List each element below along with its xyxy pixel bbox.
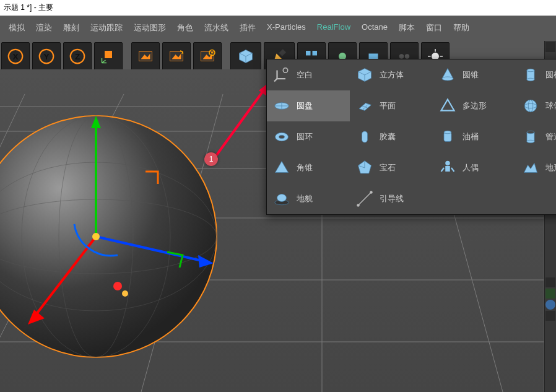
menu-plugins[interactable]: 插件 — [236, 22, 259, 33]
side-slot[interactable] — [545, 300, 555, 310]
primitive-cylinder[interactable]: 圆柱 — [516, 59, 556, 90]
svg-rect-75 — [362, 131, 368, 142]
menu-pipeline[interactable]: 流水线 — [201, 22, 232, 33]
menu-script[interactable]: 脚本 — [395, 22, 419, 33]
primitive-torus[interactable]: 圆环 — [267, 121, 350, 152]
primitive-label: 引导线 — [380, 193, 404, 204]
primitive-null-obj[interactable]: 空白 — [267, 59, 350, 90]
primitive-label: 圆盘 — [297, 100, 313, 111]
primitive-label: 宝石 — [380, 162, 396, 173]
side-slot[interactable] — [545, 311, 555, 321]
primitive-disc[interactable]: 圆盘 — [267, 90, 350, 121]
primitive-relief[interactable]: 地形 — [516, 152, 556, 183]
menu-realflow[interactable]: RealFlow — [313, 22, 354, 33]
cube-icon — [355, 65, 375, 85]
menu-simulate[interactable]: 模拟 — [5, 22, 28, 33]
axis-x-button[interactable]: X — [1, 42, 30, 71]
svg-point-54 — [113, 282, 122, 290]
primitive-label: 圆环 — [297, 131, 313, 142]
menu-octane[interactable]: Octane — [358, 22, 391, 33]
title-bar: 示题 1 *] - 主要 — [0, 0, 556, 16]
side-slot[interactable] — [545, 277, 555, 287]
primitive-label: 平面 — [380, 100, 396, 111]
primitive-plane[interactable]: 平面 — [350, 90, 433, 121]
figure-icon — [438, 158, 458, 178]
tube-icon — [521, 127, 541, 147]
primitive-cone[interactable]: 角锥 — [267, 152, 350, 183]
svg-point-24 — [399, 54, 404, 59]
guide-icon — [355, 189, 375, 209]
menu-character[interactable]: 角色 — [173, 22, 197, 33]
menu-help[interactable]: 帮助 — [450, 22, 473, 33]
axis-z-button[interactable]: Z — [63, 42, 92, 71]
menu-render[interactable]: 渲染 — [32, 22, 56, 33]
primitive-landscape[interactable]: 地貌 — [267, 183, 350, 214]
svg-point-55 — [122, 290, 128, 297]
primitive-figure[interactable]: 人偶 — [433, 152, 516, 183]
primitive-label: 油桶 — [463, 131, 479, 142]
menu-window[interactable]: 窗口 — [422, 22, 446, 33]
svg-point-53 — [92, 233, 100, 240]
menu-tracker[interactable]: 运动跟踪 — [87, 22, 126, 33]
axis-y-button[interactable]: Y — [32, 42, 61, 71]
torus-icon — [272, 127, 292, 147]
svg-rect-20 — [306, 51, 311, 56]
platonic-icon — [355, 158, 375, 178]
primitive-guide[interactable]: 引导线 — [350, 183, 433, 214]
side-slot[interactable] — [545, 42, 555, 52]
menu-xparticles[interactable]: X-Particles — [263, 22, 310, 33]
svg-rect-21 — [313, 51, 318, 56]
annotation-badge-1: 1 — [204, 152, 218, 166]
svg-line-87 — [441, 168, 445, 172]
render-settings-button[interactable] — [193, 42, 222, 71]
primitive-sphere[interactable]: 球体 — [516, 90, 556, 121]
cylinder-icon — [521, 65, 541, 85]
primitive-label: 圆锥 — [463, 69, 479, 81]
svg-point-90 — [527, 69, 534, 72]
svg-text:Z: Z — [75, 52, 80, 61]
svg-text:Y: Y — [43, 52, 49, 61]
relief-icon — [521, 158, 541, 178]
primitive-tube[interactable]: 管道 — [516, 121, 556, 152]
svg-line-61 — [274, 79, 277, 82]
primitive-platonic[interactable]: 宝石 — [350, 152, 433, 183]
svg-point-78 — [357, 204, 360, 207]
primitive-label: 圆柱 — [545, 69, 556, 81]
primitive-label: 地形 — [545, 162, 556, 173]
svg-line-88 — [451, 168, 454, 172]
svg-point-92 — [524, 100, 537, 112]
svg-rect-86 — [445, 166, 450, 172]
side-slot[interactable] — [545, 289, 555, 298]
svg-point-79 — [370, 191, 373, 194]
primitive-capsule[interactable]: 胶囊 — [350, 121, 433, 152]
svg-point-15 — [211, 52, 213, 54]
primitive-label: 空白 — [297, 69, 313, 81]
oiltank-icon — [438, 127, 458, 147]
primitive-polygon[interactable]: 多边形 — [433, 90, 516, 121]
primitive-label: 角锥 — [297, 162, 313, 173]
primitive-label: 人偶 — [463, 162, 479, 173]
svg-marker-67 — [276, 162, 289, 173]
primitive-cone2[interactable]: 圆锥 — [433, 59, 516, 90]
render-view-button[interactable] — [131, 42, 160, 71]
coord-toggle-button[interactable] — [94, 42, 123, 71]
primitive-label: 地貌 — [297, 193, 313, 204]
svg-rect-6 — [105, 51, 112, 58]
cube-primitive-button[interactable] — [230, 42, 261, 71]
svg-point-81 — [442, 77, 453, 81]
primitive-cube[interactable]: 立方体 — [350, 59, 433, 90]
render-region-button[interactable] — [162, 42, 191, 71]
cone-icon — [272, 158, 292, 178]
menu-mograph[interactable]: 运动图形 — [130, 22, 170, 33]
svg-line-77 — [358, 193, 371, 206]
menu-bar: 模拟 渲染 雕刻 运动跟踪 运动图形 角色 流水线 插件 X-Particles… — [0, 16, 556, 40]
svg-point-97 — [527, 140, 534, 143]
svg-point-60 — [283, 68, 288, 73]
capsule-icon — [355, 127, 375, 147]
svg-text:X: X — [12, 52, 18, 61]
primitive-popup: 空白圆盘圆环角锥地貌 立方体平面胶囊宝石引导线 圆锥多边形油桶人偶 圆柱球体管道… — [266, 59, 556, 215]
menu-sculpt[interactable]: 雕刻 — [59, 22, 83, 33]
null-obj-icon — [272, 65, 292, 85]
primitive-oiltank[interactable]: 油桶 — [433, 121, 516, 152]
primitive-label: 立方体 — [380, 69, 404, 81]
